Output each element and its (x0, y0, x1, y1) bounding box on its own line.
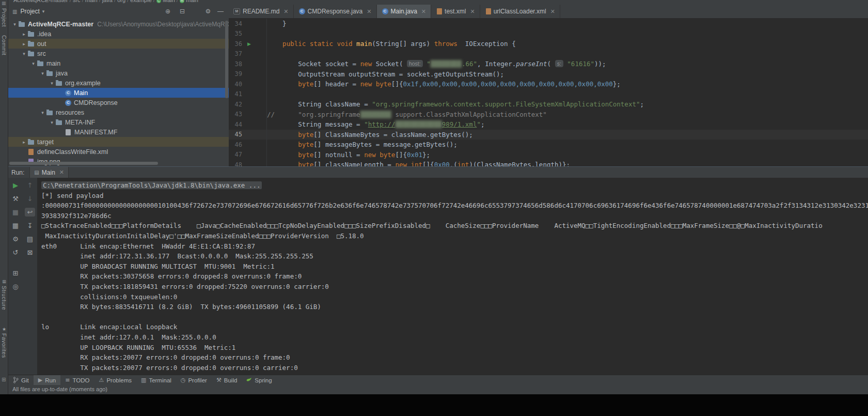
rerun-icon[interactable]: ▶ (10, 181, 21, 190)
code-line-41[interactable]: 41 (229, 89, 868, 100)
dump-threads-icon[interactable]: ▦ (10, 221, 21, 230)
statusbar-item-git[interactable]: Git (8, 375, 34, 385)
code-line-48[interactable]: 48 byte[] classNameLength = new int[]{0x… (229, 160, 868, 166)
chevron-down-icon[interactable]: ▾ (39, 110, 46, 115)
chevron-right-icon[interactable]: ▸ (21, 41, 27, 47)
hide-icon[interactable]: ― (215, 8, 226, 15)
tool-window-switcher-icon[interactable]: ⊞ (2, 377, 6, 382)
code-editor[interactable]: 34 }3536▶ public static void main(String… (229, 18, 868, 166)
restore-layout-icon[interactable]: ⊞ (10, 269, 21, 278)
tree-item-org-example[interactable]: ▾org.example (8, 78, 229, 88)
locate-icon[interactable]: ⊕ (163, 8, 173, 15)
project-panel-title[interactable]: Project (20, 8, 39, 15)
code-line-36[interactable]: 36▶ public static void main(String[] arg… (229, 39, 868, 49)
url-link-text[interactable]: http:// (368, 120, 396, 128)
clear-all-icon[interactable]: ⊠ (25, 248, 35, 257)
tree-item-defineclasswritefile-xml[interactable]: defineClassWriteFile.xml (8, 147, 229, 157)
tree-item-resources[interactable]: ▾resources (8, 107, 229, 117)
tree-item-target[interactable]: ▸target (8, 137, 229, 147)
tab-cmdresponse-java[interactable]: CCMDResponse.java✕ (294, 5, 377, 18)
next-occurrence-icon[interactable]: ↓ (25, 194, 35, 203)
settings-icon[interactable]: ⚙ (203, 8, 213, 15)
tree-item-idea[interactable]: ▸.idea (8, 29, 229, 39)
url-link-text[interactable]: 989/1.xml (442, 120, 477, 128)
tab-test-xml[interactable]: test.xml✕ (431, 5, 480, 18)
close-icon[interactable]: ✕ (550, 8, 555, 15)
tab-main-java[interactable]: CMain.java✕ (377, 5, 432, 18)
close-icon[interactable]: ✕ (421, 8, 426, 15)
code-line-47[interactable]: 47 byte[] notnull = new byte[]{0x01}; (229, 150, 868, 160)
breadcrumb-item-main[interactable]: main (85, 0, 98, 3)
statusbar-item-spring[interactable]: Spring (242, 375, 276, 385)
statusbar-item-run[interactable]: ▶Run (34, 375, 61, 385)
breadcrumb-item-example[interactable]: example (130, 0, 152, 3)
run-line-icon[interactable]: ▶ (242, 41, 266, 47)
statusbar-item-terminal[interactable]: ▥Terminal (136, 375, 176, 385)
code-line-44[interactable]: 44 String message = "http://████████████… (229, 119, 868, 130)
vertical-scrollbar[interactable] (225, 21, 228, 98)
close-icon[interactable]: ✕ (283, 8, 288, 15)
chevron-right-icon[interactable]: ▸ (21, 32, 27, 37)
run-tab-main[interactable]: ▤ Main ✕ (29, 167, 69, 178)
tool-window-button-project[interactable]: Project (0, 8, 8, 27)
statusbar-item-todo[interactable]: ≡TODO (60, 375, 94, 385)
close-icon[interactable]: ✕ (59, 169, 64, 176)
history-icon[interactable]: ↺ (10, 248, 21, 257)
stop-icon[interactable]: ■ (10, 208, 21, 217)
breadcrumb-item-org[interactable]: org (117, 0, 125, 3)
breadcrumb-item-main[interactable]: main (186, 0, 198, 3)
code-line-37[interactable]: 37 (229, 49, 868, 59)
tree-item-main[interactable]: ▾main (8, 58, 229, 68)
code-line-46[interactable]: 46 byte[] messageBytes = message.getByte… (229, 140, 868, 150)
statusbar-item-profiler[interactable]: ◷Profiler (176, 375, 212, 385)
statusbar-item-problems[interactable]: ⚠Problems (94, 375, 136, 385)
print-icon[interactable]: ▤ (25, 235, 35, 243)
breadcrumb-item-activemqrce-master[interactable]: ActiveMqRCE-master (13, 0, 68, 3)
breadcrumb-item-java[interactable]: java (102, 0, 113, 3)
tool-window-button-commit[interactable]: Commit (0, 35, 8, 55)
chevron-down-icon[interactable]: ▾ (39, 71, 46, 76)
code-line-43[interactable]: 43// "org.springframe████████ support.Cl… (229, 110, 868, 120)
pin-icon[interactable]: ◎ (10, 282, 21, 291)
prev-occurrence-icon[interactable]: ↑ (25, 181, 35, 190)
collapse-all-icon[interactable]: ⊟ (177, 8, 187, 15)
close-icon[interactable]: ✕ (470, 8, 475, 15)
close-icon[interactable]: ✕ (367, 8, 371, 15)
tree-item-activemqrce-master[interactable]: ▾ActiveMqRCE-masterC:\Users\Anonymous\De… (8, 19, 229, 29)
chevron-down-icon[interactable]: ▾ (49, 81, 55, 86)
tree-item-meta-inf[interactable]: ▾META-INF (8, 117, 229, 127)
code-line-42[interactable]: 42 String className = "org.springframewo… (229, 99, 868, 110)
tree-item-src[interactable]: ▾src (8, 49, 229, 58)
soft-wrap-icon[interactable]: ↩ (25, 208, 35, 217)
tree-item-cmdresponse[interactable]: CCMDResponse (8, 98, 229, 107)
tool-window-button-favorites[interactable]: ★Favorites (0, 327, 8, 358)
horizontal-scrollbar[interactable] (9, 162, 158, 165)
tree-item-java[interactable]: ▾java (8, 68, 229, 78)
statusbar-item-build[interactable]: ⚒Build (212, 375, 242, 385)
window-menu-icon[interactable]: ▦ (2, 1, 6, 6)
tree-item-out[interactable]: ▸out (8, 39, 229, 49)
class-icon: C (65, 90, 71, 96)
chevron-down-icon[interactable]: ▾ (21, 51, 27, 56)
chevron-down-icon[interactable]: ▾ (49, 120, 55, 125)
chevron-down-icon[interactable]: ▾ (11, 22, 18, 27)
tool-window-button-structure[interactable]: ⊞Structure (0, 279, 8, 310)
tab-readme-md[interactable]: MREADME.md✕ (229, 5, 294, 18)
tree-item-manifest-mf[interactable]: MANIFEST.MF (8, 127, 229, 137)
tree-item-main[interactable]: CMain (8, 88, 229, 98)
breadcrumb-item-main[interactable]: Main (163, 0, 175, 3)
code-line-38[interactable]: 38 Socket socket = new Socket( host: "██… (229, 59, 868, 69)
code-line-34[interactable]: 34 } (229, 19, 868, 29)
breadcrumb-item-src[interactable]: src (73, 0, 81, 3)
code-line-45[interactable]: 45 byte[] ClassNameBytes = className.get… (229, 130, 868, 140)
scroll-to-end-icon[interactable]: ↧ (25, 221, 35, 230)
settings-icon[interactable]: ⚙ (10, 235, 21, 243)
tab-urlclassloader-xml[interactable]: urlClassLoader.xml✕ (480, 5, 560, 18)
code-line-39[interactable]: 39 OutputStream outputStream = socket.ge… (229, 69, 868, 80)
code-line-35[interactable]: 35 (229, 29, 868, 39)
code-line-40[interactable]: 40 byte[] header = new byte[]{0x1f,0x00,… (229, 79, 868, 89)
chevron-down-icon[interactable]: ▾ (42, 9, 45, 14)
edit-configuration-icon[interactable]: ⚒ (10, 194, 21, 203)
chevron-down-icon[interactable]: ▾ (30, 61, 37, 66)
chevron-right-icon[interactable]: ▸ (21, 140, 27, 145)
